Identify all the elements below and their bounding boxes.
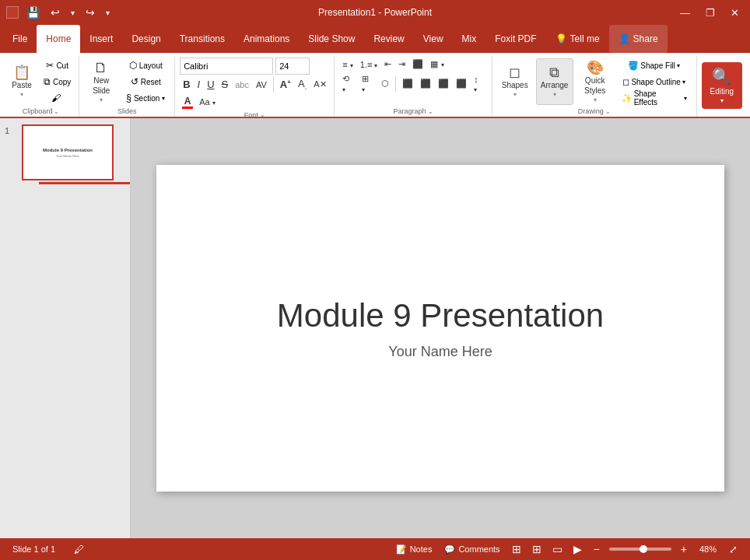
undo-dropdown[interactable]: ▾ <box>68 7 78 19</box>
align-right-btn[interactable]: ⬛ <box>435 77 452 90</box>
arrange-label: Arrange <box>541 81 569 89</box>
restore-btn[interactable]: ❐ <box>701 5 720 20</box>
paragraph-indent-btn[interactable]: ⬛ <box>409 58 426 71</box>
quick-styles-label2: Styles <box>584 86 605 95</box>
drawing-expand-btn[interactable]: ⌄ <box>605 108 611 115</box>
customize-quick-access[interactable]: ▾ <box>103 7 113 19</box>
zoom-plus-btn[interactable]: + <box>678 541 690 557</box>
section-button[interactable]: § Section ▾ <box>121 91 170 106</box>
clipboard-expand-btn[interactable]: ⌄ <box>54 108 59 115</box>
redo-btn[interactable]: ↪ <box>82 5 98 20</box>
quick-styles-button[interactable]: 🎨 Quick Styles ▾ <box>577 58 614 105</box>
slide-sorter-btn[interactable]: ⊞ <box>530 542 544 556</box>
shape-effects-btn[interactable]: ✨ Shape Effects ▾ <box>617 91 692 106</box>
decrease-font-btn[interactable]: A- <box>295 76 310 93</box>
font-size-input[interactable] <box>275 58 310 75</box>
slide-canvas[interactable]: Module 9 Presentation Your Name Here <box>156 165 724 492</box>
minimize-btn[interactable]: — <box>675 5 695 20</box>
copy-button[interactable]: ⧉ Copy <box>39 75 75 89</box>
format-painter-button[interactable]: 🖌 <box>39 91 75 106</box>
canvas-area[interactable]: Module 9 Presentation Your Name Here <box>131 118 750 538</box>
smartart-btn[interactable]: ⬡ <box>378 77 392 90</box>
increase-font-btn[interactable]: A+ <box>277 77 294 92</box>
slideshow-btn[interactable]: ▶ <box>571 542 584 556</box>
menu-mix[interactable]: Mix <box>453 25 486 53</box>
align-text-btn[interactable]: ⊞ ▾ <box>359 72 377 95</box>
increase-indent-btn[interactable]: ⇥ <box>395 58 408 71</box>
change-case-btn[interactable]: Aa ▾ <box>196 96 219 108</box>
align-left-btn[interactable]: ⬛ <box>399 77 416 90</box>
close-btn[interactable]: ✕ <box>726 5 744 20</box>
menu-tellme[interactable]: 💡 Tell me <box>546 25 609 53</box>
charspacing-button[interactable]: AV <box>253 79 270 91</box>
reading-view-btn[interactable]: ▭ <box>550 542 565 556</box>
fit-window-btn[interactable]: ⤢ <box>726 542 741 557</box>
lightbulb-icon: 💡 <box>555 33 567 44</box>
decrease-indent-btn[interactable]: ⇤ <box>381 58 394 71</box>
cut-button[interactable]: ✂ Cut <box>39 58 75 73</box>
paragraph-group: ≡ ▾ 1.≡ ▾ ⇤ ⇥ ⬛ ▦ ▾ ⟲ ▾ ⊞ ▾ ⬡ ⬛ ⬛ ⬛ ⬛ <box>335 56 492 117</box>
menu-file[interactable]: File <box>3 25 37 53</box>
strikethrough-button[interactable]: S <box>219 77 232 92</box>
reset-icon: ↺ <box>131 76 138 87</box>
menu-review[interactable]: Review <box>364 25 413 53</box>
zoom-minus-btn[interactable]: − <box>591 541 603 557</box>
menu-home[interactable]: Home <box>37 25 80 53</box>
comments-button[interactable]: 💬 Comments <box>441 543 503 556</box>
menu-share[interactable]: 👤 Share <box>609 25 668 53</box>
align-center-btn[interactable]: ⬛ <box>417 77 434 90</box>
shape-fill-btn[interactable]: 🪣 Shape Fill ▾ <box>617 58 692 73</box>
italic-button[interactable]: I <box>195 77 204 92</box>
menu-bar: File Home Insert Design Transitions Anim… <box>0 25 750 53</box>
clear-format-btn[interactable]: A✕ <box>310 78 329 91</box>
font-color-button[interactable]: A <box>180 95 195 110</box>
layout-button[interactable]: ⬡ Layout <box>121 58 170 73</box>
menu-animations[interactable]: Animations <box>234 25 299 53</box>
undo-btn[interactable]: ↩ <box>47 5 63 20</box>
comments-label: Comments <box>458 544 499 554</box>
bold-button[interactable]: B <box>180 77 193 92</box>
layout-label: Layout <box>139 61 163 70</box>
zoom-level[interactable]: 48% <box>696 543 720 555</box>
justify-btn[interactable]: ⬛ <box>453 77 470 90</box>
paste-button[interactable]: 📋 Paste ▾ <box>6 58 37 105</box>
arrange-icon: ⧉ <box>549 65 559 79</box>
numbered-list-btn[interactable]: 1.≡ ▾ <box>357 58 381 71</box>
reset-button[interactable]: ↺ Reset <box>121 75 170 89</box>
font-name-input[interactable] <box>180 58 273 75</box>
copy-icon: ⧉ <box>44 76 51 87</box>
notes-icon: 📝 <box>396 544 407 555</box>
normal-view-btn[interactable]: ⊞ <box>510 542 524 556</box>
slide-1-thumb[interactable]: Module 9 Presentation Your Name Here <box>22 124 114 180</box>
new-slide-button[interactable]: 🗋 New Slide ▾ <box>84 58 118 105</box>
tellme-label: Tell me <box>570 33 600 44</box>
menu-foxitpdf[interactable]: Foxit PDF <box>485 25 545 53</box>
textshadow-button[interactable]: abc <box>232 79 252 91</box>
save-quick-btn[interactable]: 💾 <box>23 5 43 20</box>
new-slide-label: New <box>93 76 109 85</box>
menu-slideshow[interactable]: Slide Show <box>299 25 364 53</box>
notes-label: Notes <box>410 544 433 554</box>
layout-icon: ⬡ <box>129 60 137 71</box>
menu-view[interactable]: View <box>414 25 453 53</box>
menu-transitions[interactable]: Transitions <box>170 25 234 53</box>
arrange-button[interactable]: ⧉ Arrange ▾ <box>536 58 573 105</box>
copy-label: Copy <box>53 78 71 86</box>
search-editing-button[interactable]: 🔍 Editing ▾ <box>702 62 743 109</box>
share-label: Share <box>633 33 658 44</box>
line-spacing-btn[interactable]: ↕ ▾ <box>471 73 487 95</box>
notes-button[interactable]: 📝 Notes <box>393 543 436 556</box>
menu-design[interactable]: Design <box>122 25 170 53</box>
menu-insert[interactable]: Insert <box>80 25 122 53</box>
underline-button[interactable]: U <box>204 77 217 92</box>
slide-indicator <box>39 182 131 184</box>
col-count-btn[interactable]: ▦ ▾ <box>427 58 447 71</box>
shapes-button[interactable]: ◻ Shapes ▾ <box>497 58 533 105</box>
zoom-slider[interactable] <box>609 548 671 551</box>
text-direction-btn[interactable]: ⟲ ▾ <box>339 72 358 95</box>
shape-outline-btn[interactable]: ◻ Shape Outline ▾ <box>617 75 692 89</box>
accessibility-btn[interactable]: 🖊 <box>71 542 87 557</box>
paragraph-expand-btn[interactable]: ⌄ <box>428 108 433 115</box>
bullet-list-btn[interactable]: ≡ ▾ <box>339 58 356 71</box>
font-expand-btn[interactable]: ⌄ <box>260 111 265 118</box>
